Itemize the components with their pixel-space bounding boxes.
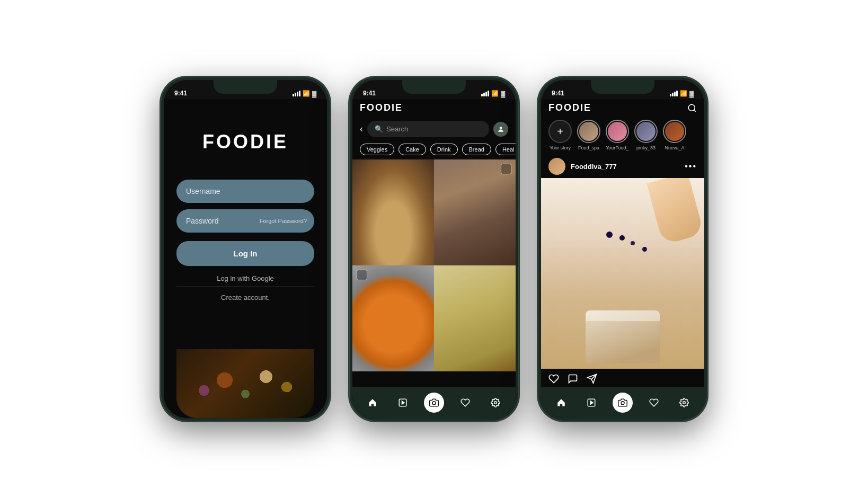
status-icons-3: 📶 ▓ xyxy=(670,90,694,97)
username-input[interactable] xyxy=(176,180,314,203)
search-bar[interactable]: 🔍 Search xyxy=(367,121,489,137)
nav-heart-3[interactable] xyxy=(645,394,663,412)
svg-marker-2 xyxy=(402,401,405,404)
cat-cake[interactable]: Cake xyxy=(398,144,426,155)
cat-drink[interactable]: Drink xyxy=(430,144,458,155)
food-item-3[interactable] xyxy=(352,265,434,371)
food-image xyxy=(176,349,314,418)
app-bar-2: FOODIE xyxy=(352,99,516,117)
comment-button[interactable] xyxy=(568,373,578,384)
feed-header: FOODIE xyxy=(541,99,704,117)
food-fig-visual xyxy=(176,349,314,418)
notch-3 xyxy=(591,80,654,94)
story-1[interactable]: Food_spa xyxy=(577,120,600,150)
app-logo-3: FOODIE xyxy=(548,102,591,113)
story-4[interactable]: Nueva_A xyxy=(663,120,686,150)
nav-gear-3[interactable] xyxy=(675,394,693,412)
feed-screen: FOODIE + Your story Food_spa xyxy=(541,99,704,418)
copy-icon-2 xyxy=(357,270,367,280)
svg-point-0 xyxy=(500,127,502,129)
cat-heal[interactable]: Heal xyxy=(495,144,516,155)
signal-icon-2 xyxy=(481,91,489,96)
story-avatar-1 xyxy=(577,120,600,143)
svg-point-3 xyxy=(432,402,436,405)
like-button[interactable] xyxy=(548,373,559,384)
phones-container: 9:41 📶 ▓ FOODIE xyxy=(0,0,868,498)
create-account-button[interactable]: Create account. xyxy=(221,294,270,301)
copy-icon xyxy=(501,164,511,174)
divider xyxy=(176,287,314,287)
wifi-icon-2: 📶 xyxy=(491,90,499,97)
nav-home-3[interactable] xyxy=(552,394,570,412)
status-time-1: 9:41 xyxy=(174,90,187,97)
battery-icon-1: ▓ xyxy=(312,91,316,97)
story-2[interactable]: YourFood_ xyxy=(606,120,629,150)
bread-image xyxy=(352,159,434,265)
story-label-3: pinky_33 xyxy=(636,145,656,150)
phone-search: 9:41 📶 ▓ FOODIE ‹ xyxy=(349,77,519,421)
post-header: Fooddiva_777 ••• xyxy=(541,155,704,178)
user-avatar[interactable] xyxy=(493,122,508,137)
notch xyxy=(214,80,277,94)
search-icon-feed[interactable] xyxy=(687,102,697,113)
svg-point-10 xyxy=(621,402,624,405)
search-header: ‹ 🔍 Search xyxy=(352,117,516,141)
nav-heart-2[interactable] xyxy=(456,394,474,412)
nav-play-3[interactable] xyxy=(582,394,600,412)
app-logo-2: FOODIE xyxy=(360,102,403,113)
svg-marker-9 xyxy=(591,401,594,404)
login-form: Forgot Password? Log In xyxy=(176,180,314,266)
battery-icon-2: ▓ xyxy=(501,91,505,97)
svg-point-4 xyxy=(494,402,497,404)
login-button[interactable]: Log In xyxy=(176,241,314,266)
post-username: Fooddiva_777 xyxy=(571,163,679,171)
search-placeholder: Search xyxy=(386,125,408,133)
status-icons-2: 📶 ▓ xyxy=(481,90,505,97)
post-actions xyxy=(541,369,704,387)
wifi-icon-1: 📶 xyxy=(303,90,310,97)
search-icon: 🔍 xyxy=(375,125,383,133)
story-label-2: YourFood_ xyxy=(606,145,629,150)
nav-home-2[interactable] xyxy=(364,394,382,412)
cat-bread[interactable]: Bread xyxy=(462,144,491,155)
nav-camera-3[interactable] xyxy=(613,393,633,413)
stories-row: + Your story Food_spa YourFood_ xyxy=(541,117,704,155)
story-add[interactable]: + Your story xyxy=(548,120,572,150)
signal-icon-3 xyxy=(670,91,678,96)
phone-login: 9:41 📶 ▓ FOODIE xyxy=(161,77,330,421)
wifi-icon-3: 📶 xyxy=(680,90,687,97)
forgot-password-link[interactable]: Forgot Password? xyxy=(260,218,307,224)
cat-veggies[interactable]: Veggies xyxy=(360,144,394,155)
svg-point-5 xyxy=(688,105,695,111)
soup-image xyxy=(352,265,434,371)
story-avatar-3 xyxy=(634,120,658,143)
food-item-4[interactable] xyxy=(434,265,516,371)
status-time-3: 9:41 xyxy=(552,90,564,97)
svg-point-11 xyxy=(683,402,685,404)
story-avatar-4 xyxy=(663,120,686,143)
search-screen: FOODIE ‹ 🔍 Search xyxy=(352,99,516,418)
post-image xyxy=(541,178,704,369)
food-item-1[interactable] xyxy=(352,159,434,265)
battery-icon-3: ▓ xyxy=(689,91,694,97)
sandwich-image xyxy=(434,159,516,265)
category-tabs: Veggies Cake Drink Bread Heal xyxy=(352,141,516,159)
app-logo-1: FOODIE xyxy=(202,131,288,153)
add-story-avatar: + xyxy=(548,120,572,143)
back-button[interactable]: ‹ xyxy=(360,123,363,135)
story-3[interactable]: pinky_33 xyxy=(634,120,658,150)
story-avatar-2 xyxy=(606,120,629,143)
login-screen: FOODIE Forgot Password? Log In Log in wi… xyxy=(164,99,327,418)
nav-play-2[interactable] xyxy=(394,394,412,412)
signal-icon-1 xyxy=(293,91,300,96)
share-button[interactable] xyxy=(587,373,597,384)
status-icons-1: 📶 ▓ xyxy=(293,90,316,97)
nav-gear-2[interactable] xyxy=(486,394,504,412)
your-story-label: Your story xyxy=(550,145,571,150)
google-login-button[interactable]: Log in with Google xyxy=(217,274,274,282)
food-item-2[interactable] xyxy=(434,159,516,265)
status-time-2: 9:41 xyxy=(363,90,376,97)
post-avatar xyxy=(548,158,565,175)
more-options-button[interactable]: ••• xyxy=(685,162,697,171)
nav-camera-2[interactable] xyxy=(424,393,444,413)
